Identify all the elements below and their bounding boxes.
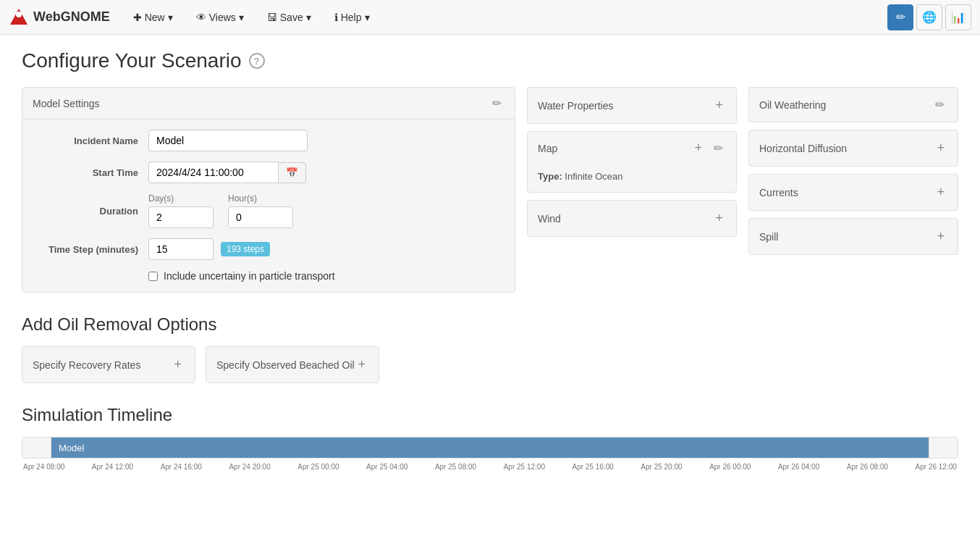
water-properties-header: Water Properties + (528, 88, 736, 123)
model-timeline-bar: Model (51, 437, 929, 458)
timeline-bar-container: Model (22, 437, 958, 458)
model-settings-edit-button[interactable]: ✏ (489, 95, 504, 112)
incident-name-input[interactable] (148, 130, 308, 151)
map-type-key: Type: (538, 171, 565, 182)
page-help-icon[interactable]: ? (249, 53, 265, 69)
wind-add-button[interactable]: + (712, 209, 726, 227)
start-time-row: Start Time 📅 (33, 162, 504, 183)
map-card-header: Map + ✏ (528, 132, 736, 164)
timestep-input[interactable] (148, 238, 214, 260)
save-button[interactable]: 🖫 Save ▾ (258, 7, 320, 28)
duration-inputs: Day(s) Hour(s) (148, 193, 504, 228)
navbar: WebGNOME ✚ New ▾ 👁 Views ▾ 🖫 Save ▾ ℹ He… (0, 0, 980, 35)
map-type-label: Type: Infinite Ocean (538, 171, 623, 182)
water-properties-card: Water Properties + (527, 87, 737, 124)
timeline-label: Apr 25 00:00 (297, 463, 339, 471)
map-card: Map + ✏ Type: Infinite Ocean (527, 131, 737, 193)
water-properties-title: Water Properties (538, 100, 614, 112)
map-title: Map (538, 143, 557, 154)
timeline-label: Apr 25 12:00 (504, 463, 545, 471)
water-properties-add-button[interactable]: + (712, 96, 726, 114)
timeline-label: Apr 24 08:00 (23, 463, 64, 471)
duration-days-input[interactable] (148, 206, 214, 228)
start-time-input-wrapper: 📅 (148, 162, 504, 183)
timeline-label: Apr 25 04:00 (366, 463, 407, 471)
duration-days-group: Day(s) (148, 193, 214, 228)
spill-card: Spill + (748, 218, 958, 255)
map-actions: + ✏ (691, 139, 726, 157)
recovery-rates-card: Specify Recovery Rates + (22, 346, 195, 383)
calendar-icon-button[interactable]: 📅 (279, 162, 306, 183)
beached-oil-add-button[interactable]: + (355, 356, 368, 374)
new-button[interactable]: ✚ New ▾ (124, 7, 182, 28)
duration-hours-label: Hour(s) (228, 193, 293, 204)
currents-card: Currents + (748, 174, 958, 211)
spill-title: Spill (759, 231, 778, 243)
scenario-grid: Model Settings ✏ Incident Name Start Tim… (22, 87, 958, 293)
page-title: Configure Your Scenario ? (22, 49, 958, 72)
model-settings-card: Model Settings ✏ Incident Name Start Tim… (22, 87, 515, 293)
spill-header: Spill + (749, 219, 958, 254)
model-settings-header: Model Settings ✏ (22, 88, 515, 120)
help-dropdown-icon: ▾ (365, 12, 370, 23)
timeline-label: Apr 25 16:00 (573, 463, 614, 471)
uncertainty-checkbox[interactable] (148, 272, 158, 281)
logo-icon (9, 7, 29, 28)
save-dropdown-icon: ▾ (306, 12, 311, 23)
recovery-rates-label: Specify Recovery Rates (33, 359, 140, 371)
horizontal-diffusion-card: Horizontal Diffusion + (748, 130, 958, 167)
eye-icon: 👁 (196, 12, 206, 23)
currents-add-button[interactable]: + (934, 183, 947, 201)
duration-hours-input[interactable] (228, 206, 293, 228)
spill-add-button[interactable]: + (934, 227, 947, 246)
right-column: Oil Weathering ✏ Horizontal Diffusion + … (748, 87, 958, 293)
svg-point-1 (16, 12, 22, 17)
timestep-label: Time Step (minutes) (33, 244, 148, 255)
model-settings-body: Incident Name Start Time 📅 Duration (22, 120, 515, 292)
beached-oil-label: Specify Observed Beached Oil (216, 359, 355, 371)
timeline-label: Apr 24 12:00 (92, 463, 133, 471)
help-button[interactable]: ℹ Help ▾ (326, 7, 379, 28)
chart-button[interactable]: 📊 (945, 4, 971, 30)
timestep-controls: 193 steps (148, 238, 270, 260)
new-dropdown-icon: ▾ (168, 12, 173, 23)
model-settings-actions: ✏ (489, 95, 504, 112)
oil-removal-title: Add Oil Removal Options (22, 314, 958, 335)
start-time-label: Start Time (33, 167, 148, 178)
currents-title: Currents (759, 187, 798, 198)
duration-hours-group: Hour(s) (228, 193, 293, 228)
timeline-label: Apr 24 20:00 (229, 463, 270, 471)
incident-name-label: Incident Name (33, 135, 148, 146)
timeline-label: Apr 26 04:00 (778, 463, 819, 471)
start-time-input[interactable] (148, 162, 279, 183)
duration-row: Duration Day(s) Hour(s) (33, 193, 504, 228)
floppy-icon: 🖫 (267, 12, 277, 23)
oil-weathering-card: Oil Weathering ✏ (748, 87, 958, 122)
timeline-label: Apr 26 08:00 (847, 463, 888, 471)
duration-label: Duration (33, 206, 148, 217)
center-column: Water Properties + Map + ✏ Type: Infinit (527, 87, 737, 293)
oil-weathering-title: Oil Weathering (759, 99, 826, 111)
wind-header: Wind + (528, 201, 736, 236)
map-edit-button[interactable]: ✏ (711, 140, 726, 156)
globe-button[interactable]: 🌐 (916, 4, 942, 30)
uncertainty-label: Include uncertainy in particle transport (164, 270, 335, 282)
oil-weathering-header: Oil Weathering ✏ (749, 88, 958, 122)
map-type-value: Infinite Ocean (565, 171, 622, 182)
currents-header: Currents + (749, 175, 958, 210)
horizontal-diffusion-title: Horizontal Diffusion (759, 143, 847, 154)
map-add-button[interactable]: + (691, 139, 705, 157)
horizontal-diffusion-add-button[interactable]: + (934, 139, 947, 157)
timeline-label: Apr 25 20:00 (641, 463, 682, 471)
plus-icon: ✚ (133, 12, 142, 23)
timeline-label: Apr 24 16:00 (161, 463, 202, 471)
timeline-label: Apr 25 08:00 (435, 463, 476, 471)
edit-mode-button[interactable]: ✏ (887, 4, 913, 30)
wind-card: Wind + (527, 200, 737, 237)
removal-options: Specify Recovery Rates + Specify Observe… (22, 346, 958, 383)
oil-weathering-edit-button[interactable]: ✏ (932, 96, 947, 113)
horizontal-diffusion-header: Horizontal Diffusion + (749, 130, 958, 166)
nav-right-icons: ✏ 🌐 📊 (887, 4, 971, 30)
views-button[interactable]: 👁 Views ▾ (187, 7, 253, 28)
recovery-rates-add-button[interactable]: + (171, 356, 185, 374)
